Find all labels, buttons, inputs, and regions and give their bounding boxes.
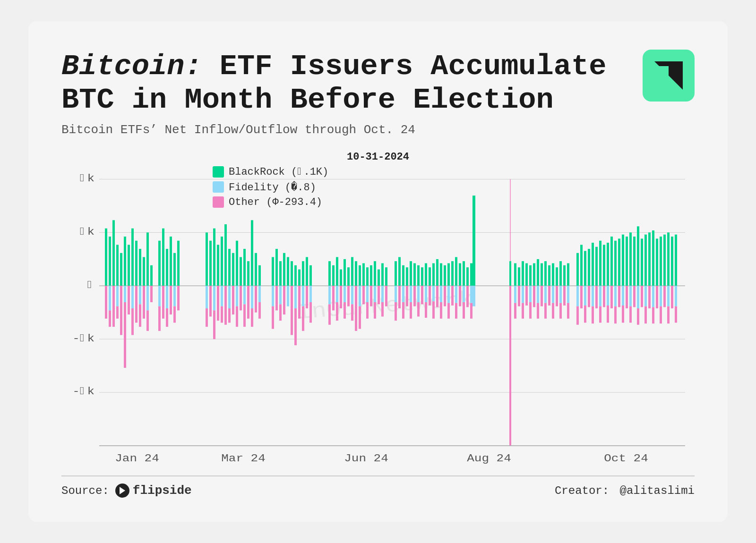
svg-rect-73 (217, 286, 219, 321)
svg-rect-107 (279, 261, 282, 286)
svg-rect-262 (567, 286, 569, 303)
svg-rect-49 (158, 240, 161, 286)
svg-rect-271 (584, 305, 586, 322)
svg-rect-35 (131, 286, 134, 308)
svg-rect-257 (559, 286, 562, 303)
svg-rect-221 (466, 267, 469, 286)
svg-rect-90 (243, 286, 246, 304)
flipside-name: flipside (133, 484, 192, 498)
svg-rect-76 (221, 306, 223, 322)
svg-rect-113 (287, 286, 289, 306)
svg-rect-44 (146, 232, 149, 286)
svg-rect-193 (425, 263, 427, 286)
svg-rect-24 (116, 245, 119, 286)
svg-text:񂐀: 񂐀 (87, 279, 94, 291)
svg-rect-19 (109, 237, 111, 286)
svg-rect-249 (548, 265, 550, 285)
svg-rect-187 (413, 286, 416, 306)
svg-rect-294 (622, 234, 624, 286)
svg-rect-93 (247, 286, 249, 318)
svg-rect-142 (347, 267, 350, 286)
svg-rect-171 (395, 302, 397, 321)
svg-rect-234 (525, 263, 528, 286)
svg-rect-196 (429, 267, 431, 286)
svg-rect-175 (402, 286, 404, 302)
svg-rect-318 (656, 286, 658, 308)
svg-rect-195 (425, 302, 427, 318)
svg-rect-203 (440, 263, 442, 286)
svg-rect-224 (470, 286, 472, 303)
svg-rect-328 (671, 286, 673, 308)
svg-text:Jun 24: Jun 24 (344, 452, 388, 464)
title-block: Bitcoin: ETF Issuers AccumulateBTC in Mo… (61, 50, 606, 137)
svg-rect-129 (328, 261, 331, 286)
svg-rect-285 (607, 286, 609, 305)
svg-rect-160 (374, 286, 376, 302)
svg-rect-207 (444, 286, 446, 306)
svg-rect-133 (332, 286, 335, 310)
svg-rect-214 (455, 286, 457, 303)
svg-rect-122 (302, 286, 304, 306)
svg-rect-299 (629, 232, 632, 286)
creator-label: Creator: (555, 484, 609, 497)
svg-rect-2 (659, 66, 669, 76)
svg-rect-185 (509, 261, 511, 286)
svg-rect-103 (272, 286, 274, 306)
svg-rect-45 (146, 286, 149, 310)
svg-rect-229 (518, 267, 520, 286)
flipside-logo-icon (115, 483, 130, 498)
svg-rect-162 (378, 269, 380, 286)
svg-rect-324 (667, 232, 670, 286)
svg-rect-109 (279, 304, 282, 321)
svg-rect-143 (347, 286, 350, 306)
svg-rect-41 (139, 304, 141, 327)
svg-rect-87 (240, 257, 242, 286)
svg-rect-240 (533, 286, 535, 307)
svg-rect-151 (359, 306, 361, 329)
svg-rect-91 (243, 304, 246, 327)
svg-rect-206 (444, 265, 446, 285)
svg-rect-98 (255, 286, 257, 312)
svg-rect-238 (529, 302, 532, 319)
svg-rect-319 (660, 237, 662, 286)
svg-rect-34 (131, 228, 134, 286)
svg-rect-194 (425, 286, 427, 302)
svg-rect-17 (105, 228, 107, 286)
svg-rect-56 (166, 308, 168, 327)
svg-rect-213 (455, 257, 457, 286)
svg-rect-84 (236, 240, 238, 286)
svg-rect-290 (614, 286, 617, 306)
svg-rect-244 (541, 263, 543, 286)
svg-rect-145 (351, 286, 353, 304)
svg-rect-60 (173, 286, 176, 306)
svg-rect-95 (251, 286, 253, 308)
svg-rect-124 (306, 257, 308, 286)
svg-rect-96 (251, 308, 253, 327)
svg-rect-94 (251, 220, 253, 286)
svg-rect-31 (124, 302, 126, 368)
svg-rect-289 (614, 240, 617, 286)
svg-rect-218 (463, 261, 465, 286)
svg-rect-298 (626, 286, 628, 308)
svg-rect-331 (675, 306, 677, 322)
svg-rect-256 (559, 261, 562, 286)
svg-rect-43 (143, 286, 145, 318)
svg-rect-136 (336, 302, 338, 321)
svg-rect-300 (629, 286, 632, 306)
svg-rect-280 (599, 286, 601, 306)
svg-rect-266 (576, 306, 579, 324)
svg-rect-230 (518, 286, 520, 306)
svg-rect-75 (221, 286, 223, 306)
svg-rect-123 (302, 306, 304, 331)
svg-rect-265 (576, 286, 579, 306)
svg-rect-282 (603, 245, 605, 286)
svg-rect-66 (206, 308, 208, 327)
svg-rect-74 (221, 237, 223, 286)
svg-rect-54 (166, 249, 168, 286)
svg-rect-226 (514, 263, 516, 286)
svg-rect-250 (548, 286, 550, 305)
svg-rect-200 (432, 301, 435, 318)
svg-rect-28 (120, 286, 122, 335)
svg-rect-192 (421, 286, 423, 304)
svg-rect-189 (417, 286, 420, 302)
